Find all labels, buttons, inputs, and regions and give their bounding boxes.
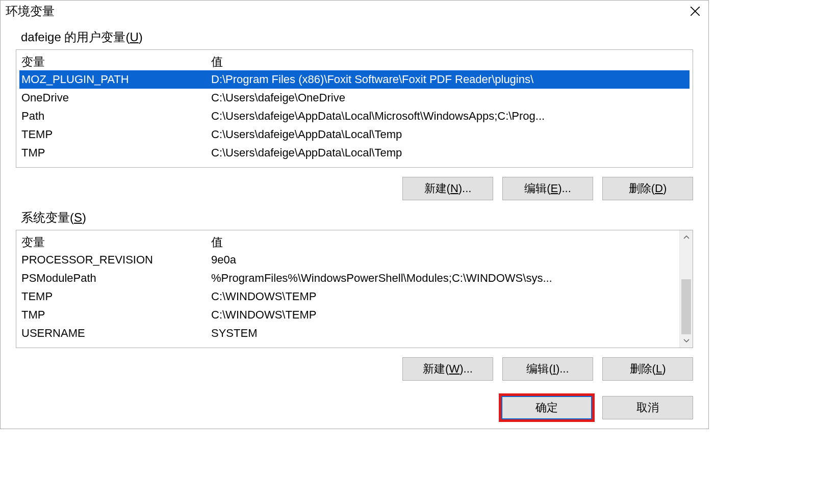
table-row[interactable]: PSModulePath%ProgramFiles%\WindowsPowerS… [19, 269, 677, 287]
user-edit-button[interactable]: 编辑(E)... [502, 177, 593, 200]
user-delete-button[interactable]: 删除(D) [602, 177, 693, 200]
var-name: USERNAME [21, 327, 211, 340]
system-vars-label: 系统变量(S) [21, 209, 688, 226]
user-vars-header-val[interactable]: 值 [211, 54, 687, 70]
user-vars-list[interactable]: 变量 值 MOZ_PLUGIN_PATHD:\Program Files (x8… [16, 49, 693, 168]
ok-label: 确定 [536, 400, 558, 415]
var-value: C:\WINDOWS\TEMP [211, 290, 675, 303]
titlebar: 环境变量 [1, 1, 708, 22]
cancel-label: 取消 [636, 400, 659, 415]
var-value: SYSTEM [211, 327, 675, 340]
user-edit-hotkey: E [550, 182, 558, 195]
var-value: 9e0a [211, 253, 675, 267]
table-row[interactable]: TMPC:\Users\dafeige\AppData\Local\Temp [19, 144, 690, 162]
system-vars-header-var[interactable]: 变量 [21, 234, 211, 250]
user-delete-hotkey: D [655, 182, 663, 195]
system-edit-button[interactable]: 编辑(I)... [502, 357, 593, 381]
var-value: D:\Program Files (x86)\Foxit Software\Fo… [211, 73, 687, 86]
system-vars-buttons: 新建(W)... 编辑(I)... 删除(L) [16, 357, 693, 381]
user-vars-buttons: 新建(N)... 编辑(E)... 删除(D) [16, 177, 693, 200]
table-row[interactable]: TEMPC:\WINDOWS\TEMP [19, 287, 677, 306]
table-row[interactable]: PathC:\Users\dafeige\AppData\Local\Micro… [19, 107, 690, 125]
dialog-title: 环境变量 [6, 3, 55, 19]
system-delete-hotkey: L [656, 362, 662, 376]
system-vars-header-val[interactable]: 值 [211, 234, 675, 250]
var-name: TMP [21, 308, 211, 322]
var-value: C:\WINDOWS\TEMP [211, 308, 675, 322]
user-vars-header-var[interactable]: 变量 [21, 54, 211, 70]
user-vars-header: 变量 值 [19, 52, 690, 70]
system-new-button[interactable]: 新建(W)... [402, 357, 493, 381]
var-name: MOZ_PLUGIN_PATH [21, 73, 211, 86]
system-new-prefix: 新建( [423, 361, 449, 377]
var-value: C:\Users\dafeige\AppData\Local\Microsoft… [211, 110, 687, 123]
var-name: TEMP [21, 128, 211, 141]
user-edit-suffix: )... [558, 182, 571, 195]
user-delete-prefix: 删除( [629, 181, 655, 196]
table-row[interactable]: MOZ_PLUGIN_PATHD:\Program Files (x86)\Fo… [19, 70, 690, 89]
system-new-hotkey: W [449, 362, 460, 376]
close-icon [691, 7, 700, 16]
user-vars-label: dafeige 的用户变量(U) [21, 29, 688, 45]
var-value: %ProgramFiles%\WindowsPowerShell\Modules… [211, 272, 675, 285]
system-scrollbar[interactable] [679, 230, 693, 348]
scroll-thumb[interactable] [681, 279, 691, 334]
close-button[interactable] [682, 1, 708, 21]
system-vars-header: 变量 值 [19, 232, 677, 251]
dialog-body: dafeige 的用户变量(U) 变量 值 MOZ_PLUGIN_PATHD:\… [1, 22, 708, 429]
user-vars-label-prefix: dafeige 的用户变量( [21, 30, 130, 44]
user-new-hotkey: N [450, 182, 458, 195]
user-vars-label-suffix: ) [139, 30, 143, 44]
table-row[interactable]: TMPC:\WINDOWS\TEMP [19, 306, 677, 324]
system-vars-label-prefix: 系统变量( [21, 210, 74, 224]
var-name: TMP [21, 146, 211, 160]
user-delete-suffix: ) [663, 182, 667, 195]
scroll-down-icon[interactable] [680, 334, 693, 348]
user-new-button[interactable]: 新建(N)... [402, 177, 493, 200]
system-vars-label-suffix: ) [82, 210, 86, 224]
user-edit-prefix: 编辑( [524, 181, 550, 196]
var-value: C:\Users\dafeige\AppData\Local\Temp [211, 146, 687, 160]
user-vars-hotkey: U [130, 30, 138, 44]
dialog-footer: 确定 取消 [16, 396, 693, 419]
table-row[interactable]: USERNAMESYSTEM [19, 324, 677, 342]
system-vars-list[interactable]: 变量 值 PROCESSOR_REVISION9e0aPSModulePath%… [16, 230, 693, 348]
var-value: C:\Users\dafeige\AppData\Local\Temp [211, 128, 687, 141]
system-vars-hotkey: S [74, 210, 82, 224]
var-name: TEMP [21, 290, 211, 303]
system-new-suffix: )... [460, 362, 473, 376]
user-new-prefix: 新建( [424, 181, 450, 196]
var-name: OneDrive [21, 91, 211, 104]
user-new-suffix: )... [458, 182, 472, 195]
var-value: C:\Users\dafeige\OneDrive [211, 91, 687, 104]
system-edit-suffix: )... [556, 362, 569, 376]
table-row[interactable]: OneDriveC:\Users\dafeige\OneDrive [19, 89, 690, 107]
ok-button[interactable]: 确定 [501, 396, 592, 419]
scroll-up-icon[interactable] [680, 230, 693, 244]
var-name: PROCESSOR_REVISION [21, 253, 211, 267]
system-delete-suffix: ) [662, 362, 666, 376]
var-name: PSModulePath [21, 272, 211, 285]
system-edit-prefix: 编辑( [526, 361, 552, 377]
var-name: Path [21, 110, 211, 123]
system-delete-button[interactable]: 删除(L) [602, 357, 693, 381]
environment-variables-dialog: 环境变量 dafeige 的用户变量(U) 变量 值 MOZ_PLUGIN_PA… [0, 0, 709, 429]
table-row[interactable]: PROCESSOR_REVISION9e0a [19, 251, 677, 269]
cancel-button[interactable]: 取消 [602, 396, 693, 419]
table-row[interactable]: TEMPC:\Users\dafeige\AppData\Local\Temp [19, 125, 690, 144]
system-delete-prefix: 删除( [630, 361, 656, 377]
